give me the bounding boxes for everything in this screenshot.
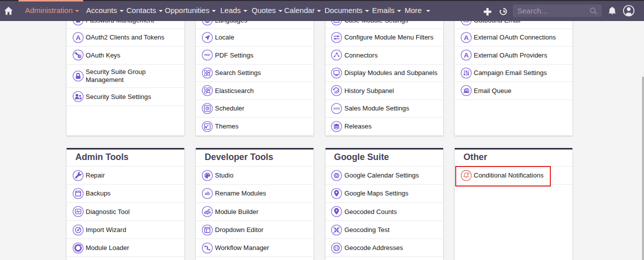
svg-text:A: A xyxy=(464,34,469,41)
svg-text:A: A xyxy=(76,34,81,41)
svg-text:A: A xyxy=(464,52,469,59)
svg-text:ab: ab xyxy=(205,191,210,196)
svg-text:AOS: AOS xyxy=(334,107,340,110)
svg-text:PDF: PDF xyxy=(204,54,210,56)
